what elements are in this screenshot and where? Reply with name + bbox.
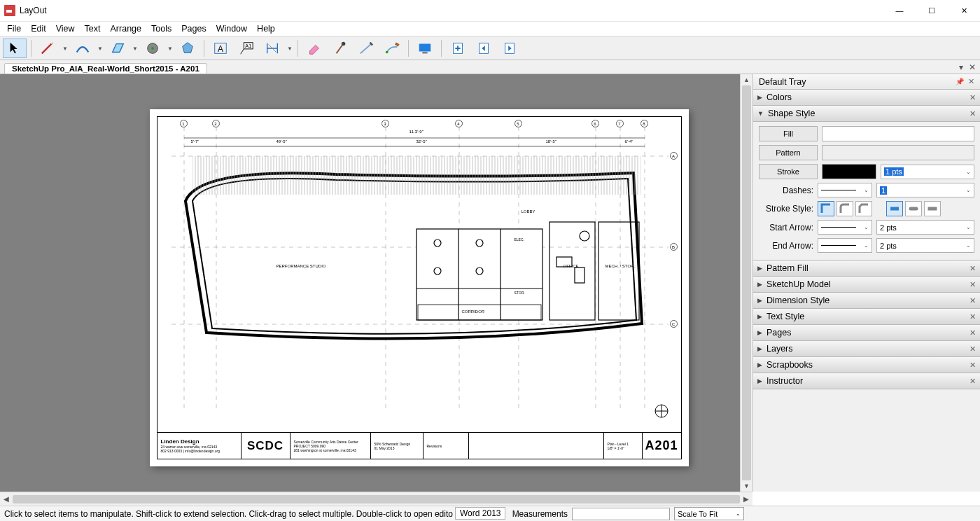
text-tool[interactable]: A <box>209 39 232 58</box>
panel-dimension-style[interactable]: ▶Dimension Style✕ <box>753 292 980 309</box>
panel-close-icon[interactable]: ✕ <box>969 312 976 321</box>
arc-tool-dropdown[interactable]: ▼ <box>97 46 104 52</box>
end-arrow-label: End Arrow: <box>759 241 813 251</box>
dashes-select[interactable]: ⌄ <box>818 183 872 197</box>
panel-pages[interactable]: ▶Pages✕ <box>753 324 980 341</box>
panel-instructor[interactable]: ▶Instructor✕ <box>753 373 980 389</box>
next-page-tool[interactable] <box>498 39 522 58</box>
menu-file[interactable]: File <box>3 22 25 35</box>
zoom-select[interactable]: Scale To Fit⌄ <box>674 507 744 520</box>
line-tool-dropdown[interactable]: ▼ <box>62 46 69 52</box>
presentation-tool[interactable] <box>413 39 437 58</box>
stroke-width-input[interactable]: 1 pts⌄ <box>881 165 974 179</box>
tab-close-icon[interactable]: ✕ <box>969 62 976 72</box>
menu-tools[interactable]: Tools <box>147 22 176 35</box>
minimize-button[interactable]: — <box>883 0 916 22</box>
tab-menu-icon[interactable]: ▾ <box>959 62 963 72</box>
circle-tool-dropdown[interactable]: ▼ <box>167 46 174 52</box>
project-logo: SCDC <box>247 439 284 453</box>
canvas[interactable]: 1 2 3 4 5 6 7 8 A B C <box>0 74 740 492</box>
panel-close-icon[interactable]: ✕ <box>969 264 976 273</box>
panel-close-icon[interactable]: ✕ <box>969 93 976 102</box>
arc-tool[interactable] <box>71 39 94 58</box>
panel-close-icon[interactable]: ✕ <box>969 377 976 386</box>
rectangle-tool[interactable] <box>106 39 130 58</box>
panel-close-icon[interactable]: ✕ <box>969 345 976 354</box>
maximize-button[interactable]: ☐ <box>916 0 948 22</box>
panel-close-icon[interactable]: ✕ <box>969 328 976 338</box>
scroll-up-icon[interactable]: ▲ <box>741 74 752 85</box>
corner-round[interactable] <box>836 201 853 216</box>
room-label: OFFICE <box>564 264 579 268</box>
dimension-tool-dropdown[interactable]: ▼ <box>286 46 293 52</box>
stroke-color-swatch[interactable] <box>822 164 876 179</box>
stroke-toggle[interactable]: Stroke <box>759 164 818 179</box>
split-tool[interactable] <box>354 39 378 58</box>
corner-bevel[interactable] <box>855 201 872 216</box>
panel-close-icon[interactable]: ✕ <box>969 280 976 289</box>
polygon-tool[interactable] <box>176 39 200 58</box>
pattern-swatch[interactable] <box>822 145 974 160</box>
fill-toggle[interactable]: Fill <box>759 126 818 141</box>
cap-square[interactable] <box>924 201 941 216</box>
status-prompt: Click to select items to manipulate. Shi… <box>4 509 453 519</box>
pin-icon[interactable]: 📌 <box>955 78 964 85</box>
horizontal-scrollbar[interactable]: ◀ ▶ <box>0 492 752 506</box>
page[interactable]: 1 2 3 4 5 6 7 8 A B C <box>150 109 689 466</box>
drawing-area[interactable]: 1 2 3 4 5 6 7 8 A B C <box>158 117 681 432</box>
measurements-input[interactable] <box>572 508 670 520</box>
panel-close-icon[interactable]: ✕ <box>969 109 976 118</box>
panel-colors[interactable]: ▶Colors✕ <box>753 89 980 106</box>
panel-close-icon[interactable]: ✕ <box>969 361 976 370</box>
menu-help[interactable]: Help <box>253 22 279 35</box>
scroll-left-icon[interactable]: ◀ <box>0 495 13 503</box>
label-tool[interactable]: A1 <box>234 39 258 58</box>
fill-swatch[interactable] <box>822 126 974 141</box>
style-tool[interactable] <box>328 39 352 58</box>
menu-text[interactable]: Text <box>80 22 105 35</box>
join-tool[interactable] <box>380 39 404 58</box>
corner-miter[interactable] <box>818 201 834 216</box>
select-tool[interactable] <box>3 39 27 58</box>
menu-arrange[interactable]: Arrange <box>106 22 146 35</box>
end-arrow-size[interactable]: 2 pts⌄ <box>876 238 974 253</box>
menu-edit[interactable]: Edit <box>27 22 50 35</box>
scroll-thumb[interactable] <box>13 495 740 503</box>
start-arrow-select[interactable]: ⌄ <box>818 220 872 235</box>
menubar: File Edit View Text Arrange Tools Pages … <box>0 22 980 36</box>
prev-page-tool[interactable] <box>472 39 496 58</box>
dashes-scale-input[interactable]: 1⌄ <box>876 183 974 197</box>
cap-flat[interactable] <box>886 201 903 216</box>
menu-view[interactable]: View <box>52 22 79 35</box>
start-arrow-size[interactable]: 2 pts⌄ <box>876 220 974 235</box>
rectangle-tool-dropdown[interactable]: ▼ <box>132 46 139 52</box>
panel-text-style[interactable]: ▶Text Style✕ <box>753 308 980 325</box>
close-button[interactable]: ✕ <box>948 0 980 22</box>
circle-tool[interactable] <box>141 39 164 58</box>
tray-title[interactable]: Default Tray 📌 ✕ <box>753 74 980 90</box>
eraser-tool[interactable] <box>302 39 326 58</box>
panel-close-icon[interactable]: ✕ <box>969 296 976 305</box>
panel-pattern-fill[interactable]: ▶Pattern Fill✕ <box>753 260 980 277</box>
pattern-toggle[interactable]: Pattern <box>759 145 818 160</box>
scroll-thumb[interactable] <box>742 85 751 480</box>
end-arrow-select[interactable]: ⌄ <box>818 238 872 253</box>
dimension-tool[interactable] <box>260 39 284 58</box>
line-tool[interactable] <box>36 39 59 58</box>
panel-shape-style[interactable]: ▼Shape Style✕ <box>753 105 980 122</box>
menu-window[interactable]: Window <box>212 22 251 35</box>
measurements-label: Measurements <box>512 509 568 519</box>
vertical-scrollbar[interactable]: ▲ ▼ <box>740 74 752 492</box>
scroll-right-icon[interactable]: ▶ <box>740 495 752 503</box>
panel-layers[interactable]: ▶Layers✕ <box>753 340 980 357</box>
panel-sketchup-model[interactable]: ▶SketchUp Model✕ <box>753 276 980 293</box>
menu-pages[interactable]: Pages <box>177 22 210 35</box>
scroll-down-icon[interactable]: ▼ <box>741 480 752 492</box>
tray-close-icon[interactable]: ✕ <box>968 77 974 86</box>
add-page-tool[interactable] <box>446 39 470 58</box>
svg-point-8 <box>386 51 388 54</box>
dim-text: 6'-4" <box>625 139 634 144</box>
panel-scrapbooks[interactable]: ▶Scrapbooks✕ <box>753 356 980 373</box>
document-tab[interactable]: SketchUp Pro_AIA_Real-World_Short2015 - … <box>4 63 207 74</box>
cap-round[interactable] <box>905 201 922 216</box>
